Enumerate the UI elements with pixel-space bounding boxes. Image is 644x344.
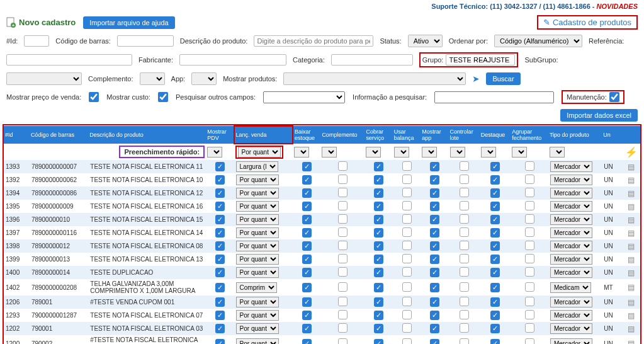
buscar-button[interactable]: Buscar xyxy=(486,72,520,85)
tipo-select[interactable]: Mercador xyxy=(550,297,592,307)
checkbox-on[interactable]: ✓ xyxy=(302,255,312,264)
referencia-input[interactable] xyxy=(6,54,132,66)
lanc-select[interactable]: Por quant xyxy=(236,188,279,198)
row-action-icon[interactable]: ▤ xyxy=(628,242,635,251)
checkbox-off[interactable] xyxy=(460,297,469,306)
checkbox-on[interactable]: ✓ xyxy=(302,241,312,251)
checkbox-off[interactable] xyxy=(402,310,412,319)
tipo-select[interactable]: Mercador xyxy=(550,310,592,321)
checkbox-off[interactable] xyxy=(460,282,469,292)
checkbox-on[interactable]: ✓ xyxy=(374,268,383,277)
checkbox-on[interactable]: ✓ xyxy=(302,202,312,211)
checkbox-on[interactable]: ✓ xyxy=(430,215,439,224)
checkbox-off[interactable] xyxy=(525,282,534,292)
arrow-right-icon[interactable]: ➤ xyxy=(472,74,480,84)
checkbox-on[interactable]: ✓ xyxy=(430,188,439,198)
row-action-icon[interactable]: ▤ xyxy=(628,215,635,224)
lanc-select[interactable]: Por quant xyxy=(236,227,279,238)
col-header[interactable]: Un xyxy=(602,126,623,144)
col-header[interactable]: Mostrar app xyxy=(421,126,448,144)
quick-lanc-select[interactable]: Por quant xyxy=(238,147,281,158)
quick-pdv-select[interactable] xyxy=(207,147,222,158)
checkbox-off[interactable] xyxy=(525,338,534,345)
checkbox-off[interactable] xyxy=(338,188,347,197)
checkbox-on[interactable]: ✓ xyxy=(374,188,383,198)
checkbox-on[interactable]: ✓ xyxy=(302,339,312,345)
col-header[interactable]: Destaque xyxy=(480,126,511,144)
novidades-link[interactable]: NOVIDADES xyxy=(597,3,638,10)
checkbox-on[interactable]: ✓ xyxy=(374,297,383,307)
row-action-icon[interactable]: ▤ xyxy=(628,189,635,198)
tipo-select[interactable]: Mercador xyxy=(550,227,592,238)
col-header[interactable]: Mostrar PDV xyxy=(206,126,234,144)
col-header[interactable]: Descrição do produto xyxy=(88,126,206,144)
checkbox-off[interactable] xyxy=(338,323,347,333)
row-action-icon[interactable]: ▤ xyxy=(628,283,635,292)
checkbox-on[interactable]: ✓ xyxy=(490,255,500,264)
checkbox-off[interactable] xyxy=(525,241,534,250)
categoria-input[interactable] xyxy=(331,54,413,66)
app-select[interactable] xyxy=(191,72,217,85)
quick-app-select[interactable] xyxy=(422,147,437,158)
col-header[interactable]: Baixar estoque xyxy=(293,126,320,144)
col-header[interactable]: Controlar lote xyxy=(449,126,480,144)
checkbox-on[interactable]: ✓ xyxy=(490,162,500,171)
complemento-select[interactable] xyxy=(140,72,165,85)
col-header[interactable]: Agrupar fechamento xyxy=(511,126,548,144)
flash-icon[interactable]: ⚡ xyxy=(625,147,638,158)
checkbox-off[interactable] xyxy=(338,214,347,224)
checkbox-off[interactable] xyxy=(338,227,347,237)
checkbox-on[interactable]: ✓ xyxy=(430,297,439,307)
checkbox-off[interactable] xyxy=(525,201,534,210)
tipo-select[interactable]: Medicam xyxy=(550,282,591,293)
quick-balanca-select[interactable] xyxy=(394,147,409,158)
checkbox-off[interactable] xyxy=(402,297,412,306)
checkbox-off[interactable] xyxy=(460,227,469,237)
lanc-select[interactable]: Por quant xyxy=(236,310,279,321)
checkbox-off[interactable] xyxy=(402,161,412,171)
checkbox-off[interactable] xyxy=(402,254,412,263)
checkbox-on[interactable]: ✓ xyxy=(430,339,439,345)
checkbox-on[interactable]: ✓ xyxy=(490,241,500,251)
checkbox-on[interactable]: ✓ xyxy=(215,162,225,171)
col-header[interactable]: Tipo do produto xyxy=(548,126,602,144)
checkbox-on[interactable]: ✓ xyxy=(490,297,500,307)
checkbox-off[interactable] xyxy=(338,241,347,250)
checkbox-off[interactable] xyxy=(460,323,469,333)
lanc-select[interactable]: Por quant xyxy=(236,338,279,345)
mostrar-produtos-select[interactable] xyxy=(283,72,466,85)
checkbox-on[interactable]: ✓ xyxy=(302,324,312,333)
checkbox-on[interactable]: ✓ xyxy=(430,311,439,320)
checkbox-on[interactable]: ✓ xyxy=(302,283,312,292)
subgrupo-select[interactable] xyxy=(6,72,82,85)
checkbox-on[interactable]: ✓ xyxy=(374,175,383,185)
lanc-select[interactable]: Por quant xyxy=(236,241,279,251)
col-header[interactable]: #Id xyxy=(4,126,30,144)
quick-tipo-select[interactable] xyxy=(550,147,565,158)
checkbox-off[interactable] xyxy=(460,161,469,171)
cadastro-produtos-link[interactable]: ✎ Cadastro de produtos xyxy=(537,15,638,30)
checkbox-off[interactable] xyxy=(460,254,469,263)
lanc-select[interactable]: Comprim xyxy=(236,282,277,293)
checkbox-on[interactable]: ✓ xyxy=(430,175,439,185)
checkbox-off[interactable] xyxy=(402,282,412,292)
checkbox-off[interactable] xyxy=(525,175,534,184)
checkbox-on[interactable]: ✓ xyxy=(302,188,312,198)
lanc-select[interactable]: Largura (l xyxy=(236,161,278,172)
checkbox-on[interactable]: ✓ xyxy=(374,283,383,292)
pesquisar-campos-select[interactable] xyxy=(263,91,345,103)
checkbox-on[interactable]: ✓ xyxy=(490,324,500,333)
checkbox-off[interactable] xyxy=(338,297,347,306)
checkbox-off[interactable] xyxy=(460,175,469,184)
checkbox-off[interactable] xyxy=(460,188,469,197)
row-action-icon[interactable]: ▤ xyxy=(628,163,635,171)
tipo-select[interactable]: Mercador xyxy=(550,254,592,265)
checkbox-on[interactable]: ✓ xyxy=(374,324,383,333)
checkbox-off[interactable] xyxy=(338,310,347,319)
lanc-select[interactable]: Por quant xyxy=(236,267,279,278)
manutencao-checkbox[interactable] xyxy=(609,92,619,102)
tipo-select[interactable]: Mercador xyxy=(550,338,592,345)
tipo-select[interactable]: Mercador xyxy=(550,267,592,278)
tipo-select[interactable]: Mercador xyxy=(550,241,592,251)
checkbox-off[interactable] xyxy=(525,214,534,224)
